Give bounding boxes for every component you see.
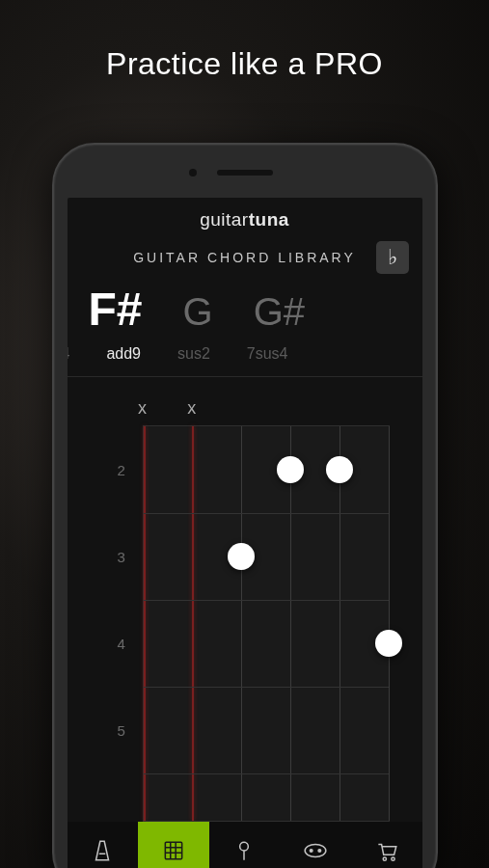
- finger-dot: [375, 630, 402, 657]
- nav-shop[interactable]: Shop: [351, 822, 422, 868]
- svg-point-4: [318, 849, 321, 852]
- app-screen: guitartuna GUITAR CHORD LIBRARY ♭ F# G G…: [68, 198, 422, 868]
- nav-tuner[interactable]: Tuner: [209, 822, 281, 868]
- muted-string-mark: x: [187, 398, 196, 419]
- svg-point-2: [305, 844, 326, 856]
- nav-chords[interactable]: Chords: [138, 822, 209, 868]
- flat-icon: ♭: [388, 245, 397, 270]
- phone-frame: guitartuna GUITAR CHORD LIBRARY ♭ F# G G…: [52, 143, 438, 868]
- bottom-nav: Metronome Chords Tuner Games: [68, 822, 422, 868]
- note-option[interactable]: G#: [254, 290, 305, 334]
- page-title: GUITAR CHORD LIBRARY: [133, 250, 356, 265]
- fret-line: [144, 600, 389, 601]
- string-line: [290, 426, 291, 821]
- chord-type-option-clip[interactable]: 4: [68, 345, 70, 363]
- note-selector[interactable]: F# G G#: [68, 283, 422, 339]
- finger-dot: [228, 543, 255, 570]
- fret-line: [144, 773, 389, 774]
- fret-line: [144, 687, 389, 688]
- games-icon: [301, 836, 330, 865]
- string-line: [389, 426, 390, 821]
- chord-type-selector[interactable]: 4 add9 sus2 7sus4: [68, 339, 422, 376]
- nav-metronome[interactable]: Metronome: [68, 822, 139, 868]
- promo-headline: Practice like a PRO: [0, 0, 489, 82]
- phone-speaker: [217, 170, 273, 176]
- nav-games[interactable]: Games: [280, 822, 351, 868]
- chord-type-option[interactable]: 7sus4: [247, 345, 288, 363]
- chord-diagram: x x 2 3 4 5: [68, 377, 422, 822]
- chord-type-option-selected[interactable]: add9: [106, 345, 141, 363]
- chords-icon: [159, 836, 188, 865]
- fret-line: [144, 513, 389, 514]
- svg-point-5: [383, 857, 386, 860]
- fret-number: 4: [118, 636, 125, 652]
- string-line: [241, 426, 242, 821]
- metronome-icon: [88, 836, 117, 865]
- finger-dot: [326, 456, 353, 483]
- fret-number: 3: [118, 549, 125, 565]
- svg-rect-0: [165, 842, 181, 858]
- logo-suffix: tuna: [249, 209, 289, 230]
- chord-type-option[interactable]: sus2: [177, 345, 210, 363]
- string-line: [192, 426, 194, 821]
- tuner-icon: [230, 836, 258, 865]
- svg-point-6: [392, 857, 394, 860]
- svg-point-1: [240, 842, 249, 851]
- finger-dot: [277, 456, 304, 483]
- fret-number: 5: [118, 722, 125, 739]
- flat-toggle-button[interactable]: ♭: [376, 241, 409, 274]
- fretboard: [143, 425, 390, 822]
- note-option-selected[interactable]: F#: [89, 283, 143, 336]
- phone-sensor: [189, 169, 197, 176]
- muted-string-mark: x: [138, 398, 147, 419]
- fret-number: 2: [118, 462, 125, 478]
- string-line: [340, 426, 340, 821]
- app-logo: guitartuna: [68, 198, 422, 236]
- logo-prefix: guitar: [200, 209, 249, 230]
- note-option[interactable]: G: [183, 290, 213, 334]
- shop-icon: [372, 836, 401, 865]
- string-line: [144, 426, 146, 821]
- title-row: GUITAR CHORD LIBRARY ♭: [68, 236, 422, 283]
- svg-point-3: [310, 849, 312, 852]
